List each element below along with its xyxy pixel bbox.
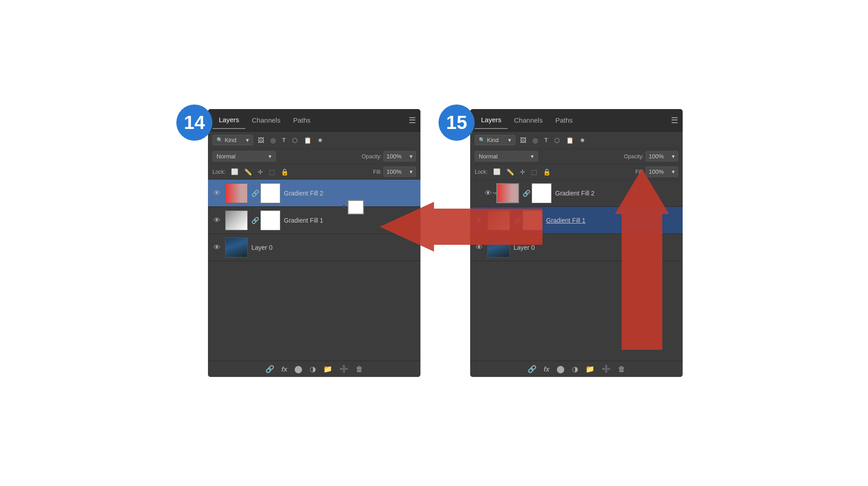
- tab-layers[interactable]: Layers: [212, 111, 245, 129]
- visibility-icon-gf1[interactable]: 👁: [212, 216, 222, 224]
- lock-all-icon[interactable]: 🔒: [279, 167, 290, 176]
- visibility-icon-gf2-15[interactable]: 👁: [484, 189, 493, 197]
- link-icon[interactable]: 🔗: [265, 365, 274, 373]
- new-layer-icon[interactable]: ➕: [340, 365, 349, 373]
- add-mask-icon-15[interactable]: ⬤: [557, 365, 565, 373]
- filter-text-icon-15[interactable]: T: [542, 136, 550, 144]
- panel-menu-icon[interactable]: ☰: [409, 115, 416, 125]
- step-14-container: 14 Layers Channels Paths ☰ 🔍 Kind ▾ 🖼 ◎ …: [185, 109, 420, 377]
- panel-menu-icon-15[interactable]: ☰: [671, 115, 678, 125]
- kind-toolbar-15: 🔍 Kind ▾ 🖼 ◎ T ⬡ 📋 ●: [470, 132, 683, 149]
- layer-thumb-l0: [225, 238, 248, 257]
- layer-mask-gf2-15: [532, 183, 552, 203]
- lock-artboard-icon-15[interactable]: ⬚: [529, 167, 539, 176]
- visibility-icon-l0[interactable]: 👁: [212, 243, 222, 252]
- step-15-badge: 15: [439, 105, 475, 141]
- fill-value[interactable]: 100% ▾: [383, 167, 416, 177]
- filter-shape-icon-15[interactable]: ⬡: [552, 136, 561, 145]
- filter-shape-icon[interactable]: ⬡: [290, 136, 299, 145]
- filter-pixel-icon-15[interactable]: ●: [578, 134, 587, 146]
- filter-smart-icon-15[interactable]: 📋: [564, 136, 576, 145]
- lock-label: Lock:: [212, 169, 226, 175]
- opacity-group-15: Opacity: 100% ▾: [624, 151, 678, 162]
- step-14-badge: 14: [176, 105, 212, 141]
- tab-layers-15[interactable]: Layers: [475, 111, 508, 129]
- group-icon[interactable]: 📁: [323, 365, 332, 373]
- lock-pixels-icon-15[interactable]: ⬜: [491, 167, 502, 176]
- fill-label: Fill:: [373, 169, 382, 175]
- svg-marker-0: [380, 202, 542, 252]
- blend-row-15: Normal ▾ Opacity: 100% ▾: [470, 149, 683, 164]
- chain-icon-gf2-15: 🔗: [523, 190, 528, 197]
- bottom-toolbar-15: 🔗 fx ⬤ ◑ 📁 ➕ 🗑: [470, 361, 683, 377]
- lock-move-icon[interactable]: ✛: [256, 167, 265, 176]
- filter-smart-icon[interactable]: 📋: [302, 136, 313, 145]
- layer-mask-gf2: [260, 183, 280, 203]
- kind-dropdown[interactable]: 🔍 Kind ▾: [212, 135, 253, 145]
- lock-icons-15: ⬜ ✏️ ✛ ⬚ 🔒: [491, 167, 552, 176]
- layer-thumb-gradient2-15: [496, 183, 519, 203]
- fx-icon-15[interactable]: fx: [544, 366, 549, 373]
- lock-label-15: Lock:: [475, 169, 488, 175]
- blend-row: Normal ▾ Opacity: 100% ▾: [208, 149, 420, 164]
- lock-artboard-icon[interactable]: ⬚: [267, 167, 277, 176]
- opacity-label-15: Opacity:: [624, 153, 644, 160]
- layer-thumb-gradient1: [225, 210, 248, 230]
- lock-paint-icon[interactable]: ✏️: [242, 167, 254, 176]
- delete-icon-15[interactable]: 🗑: [618, 365, 625, 373]
- tab-channels-15[interactable]: Channels: [508, 112, 549, 129]
- layer-name-gf2[interactable]: Gradient Fill 2: [284, 190, 416, 197]
- opacity-value[interactable]: 100% ▾: [383, 151, 416, 162]
- fill-group: Fill: 100% ▾: [373, 167, 416, 177]
- lock-all-icon-15[interactable]: 🔒: [541, 167, 552, 176]
- lock-row: Lock: ⬜ ✏️ ✛ ⬚ 🔒 Fill: 100% ▾: [208, 164, 420, 180]
- opacity-group: Opacity: 100% ▾: [362, 151, 416, 162]
- kind-dropdown-15[interactable]: 🔍 Kind ▾: [475, 135, 515, 145]
- group-icon-15[interactable]: 📁: [585, 365, 594, 373]
- blend-mode-dropdown-15[interactable]: Normal ▾: [475, 151, 538, 162]
- filter-adjust-icon-15[interactable]: ◎: [531, 136, 540, 145]
- layer-thumb-gradient2: [225, 183, 248, 203]
- lock-icons: ⬜ ✏️ ✛ ⬚ 🔒: [229, 167, 290, 176]
- new-layer-icon-15[interactable]: ➕: [602, 365, 611, 373]
- filter-adjust-icon[interactable]: ◎: [269, 136, 278, 145]
- tab-paths[interactable]: Paths: [287, 112, 316, 129]
- visibility-icon-gf2[interactable]: 👁: [212, 189, 222, 197]
- arrow-14: [380, 202, 542, 256]
- add-mask-icon[interactable]: ⬤: [294, 365, 302, 373]
- adjustment-icon-15[interactable]: ◑: [572, 365, 578, 373]
- empty-space: [208, 261, 420, 361]
- fx-icon[interactable]: fx: [282, 366, 287, 373]
- layer-mask-gf1: [260, 210, 280, 230]
- panel-tabs: Layers Channels Paths ☰: [208, 109, 420, 132]
- lock-pixels-icon[interactable]: ⬜: [229, 167, 240, 176]
- opacity-value-15[interactable]: 100% ▾: [646, 151, 678, 162]
- filter-image-icon[interactable]: 🖼: [256, 136, 266, 145]
- link-icon-15[interactable]: 🔗: [528, 365, 537, 373]
- opacity-label: Opacity:: [362, 153, 382, 160]
- tab-paths-15[interactable]: Paths: [549, 112, 579, 129]
- blend-mode-dropdown[interactable]: Normal ▾: [212, 151, 276, 162]
- delete-icon[interactable]: 🗑: [356, 365, 363, 373]
- filter-text-icon[interactable]: T: [280, 136, 288, 144]
- bottom-toolbar: 🔗 fx ⬤ ◑ 📁 ➕ 🗑: [208, 361, 420, 377]
- filter-image-icon-15[interactable]: 🖼: [518, 136, 528, 145]
- lock-move-icon-15[interactable]: ✛: [518, 167, 527, 176]
- tab-channels[interactable]: Channels: [245, 112, 287, 129]
- svg-marker-1: [615, 169, 669, 350]
- filter-pixel-icon[interactable]: ●: [316, 134, 325, 146]
- kind-toolbar: 🔍 Kind ▾ 🖼 ◎ T ⬡ 📋 ●: [208, 132, 420, 149]
- lock-paint-icon-15[interactable]: ✏️: [505, 167, 516, 176]
- arrow-15: [615, 169, 669, 350]
- chain-icon-gf2: 🔗: [251, 190, 257, 197]
- chain-icon-gf1: 🔗: [251, 217, 257, 224]
- adjustment-icon[interactable]: ◑: [310, 365, 316, 373]
- panel-tabs-15: Layers Channels Paths ☰: [470, 109, 683, 132]
